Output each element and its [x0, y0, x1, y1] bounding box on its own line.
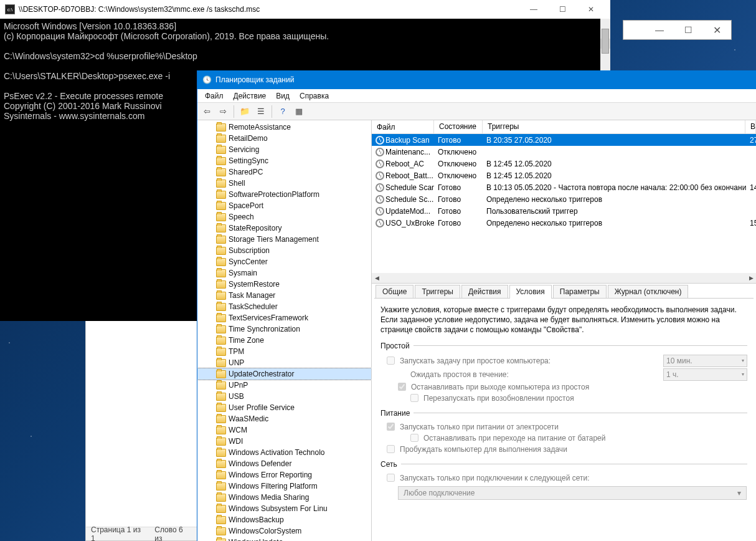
tree-item[interactable]: Subscription: [197, 245, 371, 256]
nav-back-icon[interactable]: ⇦: [200, 105, 214, 118]
help-icon[interactable]: ?: [276, 105, 290, 118]
tree-item[interactable]: SpacePort: [197, 200, 371, 211]
tree-item-label: RetailDemo: [229, 134, 268, 143]
tree-item[interactable]: TextServicesFramework: [197, 312, 371, 323]
scroll-thumb[interactable]: [602, 29, 609, 54]
toolbar-extra-icon[interactable]: ▦: [292, 105, 306, 118]
chk-idle-start: [387, 357, 395, 365]
task-row[interactable]: UpdateMod...ГотовоПользовательский тригг…: [372, 205, 756, 217]
tree-item[interactable]: SharedPC: [197, 166, 371, 178]
scroll-left-icon[interactable]: ◀: [372, 275, 382, 281]
tree-item[interactable]: Speech: [197, 211, 371, 223]
bg-min-button[interactable]: —: [645, 21, 674, 39]
tree-item[interactable]: SettingSync: [197, 155, 371, 166]
task-row[interactable]: Backup ScanГотовоВ 20:35 27.05.202027: [372, 134, 756, 146]
tree-item[interactable]: RetailDemo: [197, 133, 371, 144]
cmd-min-button[interactable]: —: [519, 0, 548, 19]
col-file[interactable]: Файл: [372, 120, 434, 133]
task-row[interactable]: Reboot_ACОтключеноВ 12:45 12.05.2020: [372, 158, 756, 170]
tree-item[interactable]: Windows Defender: [197, 458, 371, 469]
menu-Вид[interactable]: Вид: [271, 90, 295, 102]
tree-item[interactable]: SystemRestore: [197, 279, 371, 290]
folder-icon: [216, 381, 226, 390]
tab-Действия[interactable]: Действия: [461, 285, 508, 299]
tree-item[interactable]: Storage Tiers Management: [197, 234, 371, 245]
tree-item[interactable]: USB: [197, 391, 371, 402]
col-state[interactable]: Состояние: [434, 120, 483, 133]
tree-item-label: Sysmain: [229, 269, 257, 277]
chk-idle-stop: [398, 383, 406, 391]
tab-Журнал (отключен)[interactable]: Журнал (отключен): [608, 285, 689, 299]
folder-icon: [216, 213, 226, 221]
task-row[interactable]: Reboot_Batt...ОтключеноВ 12:45 12.05.202…: [372, 170, 756, 181]
ts-titlebar[interactable]: 🕓 Планировщик заданий: [197, 70, 756, 89]
tree-item[interactable]: Time Synchronization: [197, 323, 371, 335]
tree-item[interactable]: RemoteAssistance: [197, 122, 371, 133]
tree-item[interactable]: WCM: [197, 424, 371, 436]
ts-tree[interactable]: RemoteAssistanceRetailDemoServicingSetti…: [197, 120, 372, 541]
tree-item[interactable]: Servicing: [197, 144, 371, 155]
nav-fwd-icon[interactable]: ⇨: [216, 105, 230, 118]
task-trigger: Пользовательский триггер: [483, 207, 746, 216]
bg-max-button[interactable]: ☐: [674, 21, 702, 39]
tree-item[interactable]: WaaSMedic: [197, 413, 371, 424]
tree-item[interactable]: Windows Filtering Platform: [197, 481, 371, 492]
bg-close-button[interactable]: ✕: [702, 21, 731, 39]
folder-icon: [216, 471, 226, 479]
cmd-titlebar[interactable]: c:\ \\DESKTOP-6D7OBBJ: C:\Windows\system…: [0, 0, 610, 19]
cmd-close-button[interactable]: ✕: [577, 0, 605, 19]
bg-window-controls: — ☐ ✕: [623, 20, 732, 40]
tree-item[interactable]: Sysmain: [197, 267, 371, 279]
tree-item[interactable]: UPnP: [197, 380, 371, 391]
view-icon[interactable]: ☰: [254, 105, 268, 118]
tree-item[interactable]: User Profile Service: [197, 402, 371, 413]
task-row[interactable]: Schedule ScanГотовоВ 10:13 05.05.2020 - …: [372, 181, 756, 193]
tree-item[interactable]: UpdateOrchestrator: [197, 368, 371, 380]
tree-item-label: WDI: [229, 437, 243, 446]
tree-item[interactable]: Windows Media Sharing: [197, 492, 371, 503]
tab-Общие[interactable]: Общие: [376, 285, 413, 299]
folder-icon: [216, 449, 226, 457]
folder-icon: [216, 292, 226, 300]
tab-Триггеры[interactable]: Триггеры: [415, 285, 460, 299]
task-state: Готово: [434, 207, 483, 216]
tab-Условия[interactable]: Условия: [509, 285, 552, 299]
tree-item[interactable]: Windows Activation Technolo: [197, 447, 371, 458]
tree-item[interactable]: UNP: [197, 357, 371, 368]
group-network: Сеть Запускать только при подключении к …: [380, 460, 747, 501]
tree-item[interactable]: WindowsBackup: [197, 514, 371, 525]
tree-item-label: Task Manager: [229, 291, 275, 300]
tree-item[interactable]: Windows Error Reporting: [197, 469, 371, 481]
cmd-max-button[interactable]: ☐: [548, 0, 577, 19]
tree-item-label: UPnP: [229, 381, 248, 390]
tree-item[interactable]: Shell: [197, 178, 371, 189]
tree-item[interactable]: SoftwareProtectionPlatform: [197, 189, 371, 200]
task-row[interactable]: USO_UxBrokerГотовоОпределено несколько т…: [372, 217, 756, 229]
tree-item[interactable]: Time Zone: [197, 335, 371, 346]
col-extra[interactable]: В: [745, 120, 756, 133]
menu-Действие[interactable]: Действие: [229, 90, 272, 102]
tree-item-label: WaaSMedic: [229, 414, 268, 423]
tree-item[interactable]: Task Manager: [197, 290, 371, 301]
menu-Файл[interactable]: Файл: [200, 90, 229, 102]
task-name: USO_UxBroker: [385, 219, 434, 227]
tree-item[interactable]: WindowsColorSystem: [197, 525, 371, 537]
scroll-right-icon[interactable]: ▶: [746, 275, 756, 281]
col-triggers[interactable]: Триггеры: [483, 120, 745, 133]
tree-item[interactable]: WindowsUpdate: [197, 537, 371, 541]
tree-item[interactable]: TPM: [197, 346, 371, 357]
task-list-hscroll[interactable]: ◀ ▶: [372, 273, 756, 283]
folder-icon: [216, 404, 226, 412]
tree-item[interactable]: WDI: [197, 436, 371, 447]
tab-Параметры[interactable]: Параметры: [553, 285, 607, 299]
folder-up-icon[interactable]: 📁: [238, 105, 252, 118]
task-clock-icon: [376, 207, 384, 216]
tree-item[interactable]: TaskScheduler: [197, 301, 371, 312]
task-row[interactable]: Schedule Sc...ГотовоОпределено несколько…: [372, 193, 756, 205]
task-row[interactable]: Maintenanc...Отключено: [372, 146, 756, 158]
tree-item[interactable]: StateRepository: [197, 223, 371, 234]
tree-item[interactable]: SyncCenter: [197, 256, 371, 267]
tree-item[interactable]: Windows Subsystem For Linu: [197, 503, 371, 514]
menu-Справка[interactable]: Справка: [295, 90, 334, 102]
task-clock-icon: [376, 148, 384, 156]
